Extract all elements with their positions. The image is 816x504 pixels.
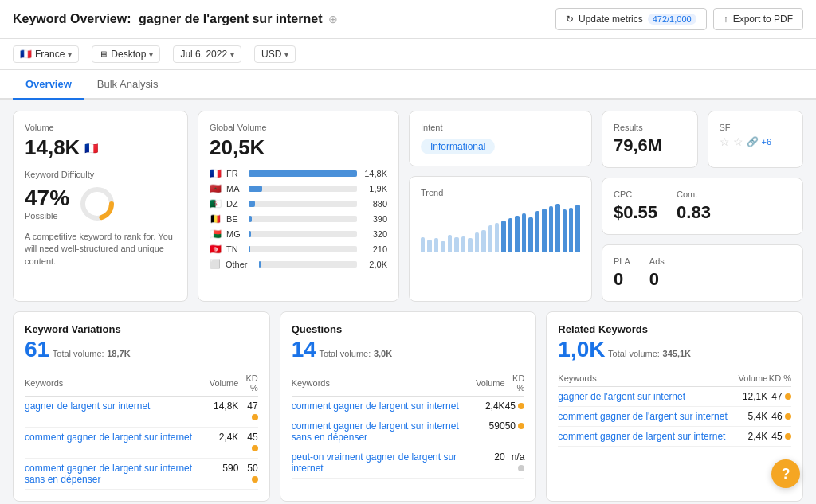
ads-label: Ads [649, 256, 665, 266]
com-value: 0.83 [677, 202, 711, 223]
table-row: comment gagner de largent sur internet 2… [25, 428, 258, 459]
country-code: DZ [226, 199, 244, 209]
volume-kd-card: Volume 14,8K 🇫🇷 Keyword Difficulty 47% P… [13, 111, 188, 302]
kd-cell: 47 [767, 387, 791, 407]
keyword-variations-title: Keyword Variations [25, 323, 121, 335]
country-value: 390 [362, 214, 387, 224]
table-row: gagner de l'argent sur internet 12,1K 47 [558, 387, 791, 407]
country-value: 14,8K [362, 169, 387, 178]
country-row: 🇲🇬 MG 320 [210, 229, 387, 240]
keyword-link[interactable]: comment gagner de largent sur internet [558, 431, 725, 442]
update-metrics-button[interactable]: ↻ Update metrics 472/1,000 [555, 8, 707, 30]
tabs-bar: Overview Bulk Analysis [0, 70, 816, 100]
keyword-link[interactable]: gagner de l'argent sur internet [558, 391, 685, 402]
help-button[interactable]: ? [771, 459, 800, 488]
country-row: 🇧🇪 BE 390 [210, 213, 387, 225]
country-flag: 🇧🇪 [210, 213, 222, 225]
keyword-link[interactable]: peut-on vraiment gagner de largent sur i… [292, 451, 457, 474]
country-bar [249, 246, 250, 252]
country-row: 🇩🇿 DZ 880 [210, 198, 387, 209]
kd-cell: 45 [767, 427, 791, 447]
add-circle-icon[interactable]: ⊕ [328, 13, 338, 25]
questions-card: Questions 14 Total volume: 3,0K Keywords… [280, 311, 537, 502]
country-flag: 🇹🇳 [210, 244, 222, 255]
country-flag: 🇲🇬 [210, 229, 222, 240]
top-actions: ↻ Update metrics 472/1,000 ↑ Export to P… [555, 8, 803, 30]
kd-cell: 45 [238, 428, 257, 459]
trend-bar [488, 225, 492, 252]
intent-label: Intent [421, 123, 580, 132]
volume-cell: 20 [476, 447, 505, 479]
volume-cell: 14,8K [210, 397, 239, 428]
tab-bulk-analysis[interactable]: Bulk Analysis [84, 70, 171, 100]
dashboard: Volume 14,8K 🇫🇷 Keyword Difficulty 47% P… [0, 100, 816, 504]
keyword-link[interactable]: comment gagner de l'argent sur internet [558, 411, 727, 422]
chevron-down-icon: ▾ [284, 50, 288, 59]
country-bar-container [249, 201, 357, 207]
cpc-com-card: CPC $0.55 Com. 0.83 [602, 178, 803, 235]
kd-value: 47% [25, 186, 69, 211]
kd-row: 47% Possible [25, 184, 176, 226]
keyword-link[interactable]: comment gagner de largent sur internet s… [25, 463, 192, 485]
country-bar-container [249, 186, 357, 192]
desktop-icon: 🖥 [99, 49, 108, 59]
country-bar [249, 186, 262, 192]
results-sf-row: Results 79,6M SF ☆ ☆ 🔗 +6 [602, 111, 803, 168]
country-row: 🇹🇳 TN 210 [210, 244, 387, 255]
country-filter[interactable]: 🇫🇷 France ▾ [13, 45, 79, 63]
country-flag: 🇩🇿 [210, 198, 222, 209]
keyword-link[interactable]: gagner de largent sur internet [25, 400, 150, 412]
related-keywords-total-label: Total volume: [608, 349, 660, 358]
trend-bar [434, 238, 438, 252]
trend-bar [536, 211, 539, 252]
star-icon-1: ☆ [720, 135, 730, 148]
filters-bar: 🇫🇷 France ▾ 🖥 Desktop ▾ Jul 6, 2022 ▾ US… [0, 39, 816, 70]
table-row: comment gagner de largent sur internet 2… [558, 427, 791, 447]
kd-cell: 50 [238, 459, 257, 490]
trend-bar [542, 209, 546, 252]
sf-more-link[interactable]: +6 [762, 137, 772, 147]
metrics-count-badge: 472/1,000 [648, 14, 696, 25]
kd-description: A competitive keyword to rank for. You w… [25, 231, 176, 268]
kd-cell: 47 [238, 397, 257, 428]
country-bar-container [249, 231, 357, 237]
table-row: gagner de largent sur internet 14,8K 47 [25, 397, 258, 428]
trend-bar [563, 209, 567, 252]
device-filter[interactable]: 🖥 Desktop ▾ [92, 45, 160, 63]
title-section: Keyword Overview: gagner de l'argent sur… [13, 12, 338, 26]
questions-header: Questions 14 Total volume: 3,0K [292, 323, 525, 362]
currency-filter[interactable]: USD ▾ [254, 45, 296, 63]
keyword-link[interactable]: comment gagner de largent sur internet [25, 432, 192, 443]
keyword-link[interactable]: comment gagner de largent sur internet s… [292, 420, 459, 443]
kd-possible: Possible [25, 211, 69, 221]
global-volume-label: Global Volume [210, 123, 387, 132]
country-value: 880 [362, 199, 387, 209]
intent-badge: Informational [421, 139, 495, 154]
export-pdf-button[interactable]: ↑ Export to PDF [713, 8, 803, 30]
country-bar-container [249, 246, 357, 252]
country-bar [249, 170, 357, 177]
results-label: Results [614, 123, 686, 132]
sf-label: SF [720, 123, 792, 132]
kd-donut-chart [77, 184, 117, 226]
tab-overview[interactable]: Overview [13, 70, 84, 100]
country-code: TN [226, 244, 244, 254]
sf-icons: ☆ ☆ 🔗 +6 [720, 135, 792, 148]
country-bar-container [249, 170, 357, 177]
right-metrics-column: Results 79,6M SF ☆ ☆ 🔗 +6 CPC [602, 111, 803, 302]
volume-cell: 12,1K [737, 387, 768, 407]
france-flag: 🇫🇷 [84, 142, 98, 154]
chevron-down-icon: ▾ [68, 50, 72, 59]
date-filter[interactable]: Jul 6, 2022 ▾ [173, 45, 241, 63]
ads-metric: Ads 0 [649, 256, 665, 290]
trend-bar [441, 241, 445, 252]
rk-col-kd-header: KD % [767, 370, 791, 387]
cpc-com-metrics: CPC $0.55 Com. 0.83 [614, 189, 791, 223]
related-keywords-count: 1,0K [558, 337, 605, 361]
trend-bar [427, 240, 431, 252]
pla-ads-card: PLA 0 Ads 0 [602, 244, 803, 302]
cpc-label: CPC [614, 189, 657, 199]
results-card: Results 79,6M [602, 111, 698, 168]
keyword-link[interactable]: comment gagner de largent sur internet [292, 400, 459, 412]
kd-cell: 45 [505, 397, 525, 416]
